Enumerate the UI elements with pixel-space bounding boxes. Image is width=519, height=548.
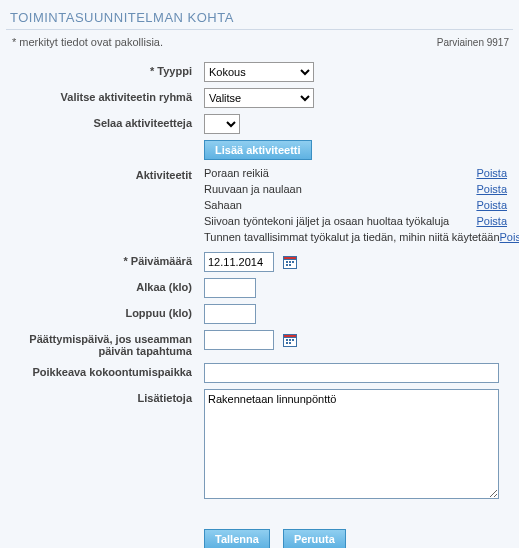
more-info-textarea[interactable] [204, 389, 499, 499]
ends-input[interactable] [204, 304, 256, 324]
label-activity-group: Valitse aktiviteetin ryhmä [12, 88, 192, 103]
svg-rect-11 [292, 339, 294, 341]
label-browse-activities: Selaa aktiviteetteja [12, 114, 192, 129]
date-input[interactable] [204, 252, 274, 272]
add-activity-button[interactable]: Lisää aktiviteetti [204, 140, 312, 160]
svg-rect-1 [284, 256, 297, 259]
label-date: * Päivämäärä [12, 252, 192, 267]
calendar-icon[interactable] [283, 333, 297, 349]
group-select[interactable]: Valitse [204, 88, 314, 108]
activity-delete-link[interactable]: Poista [500, 230, 519, 246]
alt-location-input[interactable] [204, 363, 499, 383]
activity-delete-link[interactable]: Poista [476, 182, 507, 198]
svg-rect-2 [286, 261, 288, 263]
activity-row: Ruuvaan ja naulaanPoista [204, 182, 507, 198]
activity-delete-link[interactable]: Poista [476, 198, 507, 214]
activity-text: Sahaan [204, 198, 242, 214]
label-alt-location: Poikkeava kokoontumispaikka [12, 363, 192, 378]
save-button[interactable]: Tallenna [204, 529, 270, 548]
activity-text: Tunnen tavallisimmat työkalut ja tiedän,… [204, 230, 500, 246]
cancel-button[interactable]: Peruuta [283, 529, 346, 548]
activity-text: Siivoan työntekoni jäljet ja osaan huolt… [204, 214, 449, 230]
page-title: TOIMINTASUUNNITELMAN KOHTA [6, 4, 513, 30]
svg-rect-10 [289, 339, 291, 341]
label-starts: Alkaa (klo) [12, 278, 192, 293]
label-type: * Tyyppi [12, 62, 192, 77]
required-note: * merkityt tiedot ovat pakollisia. [12, 36, 163, 48]
activity-row: Poraan reikiäPoista [204, 166, 507, 182]
label-more-info: Lisätietoja [12, 389, 192, 404]
calendar-icon[interactable] [283, 255, 297, 271]
label-ends: Loppuu (klo) [12, 304, 192, 319]
svg-rect-5 [286, 264, 288, 266]
svg-rect-8 [284, 334, 297, 337]
svg-rect-12 [286, 342, 288, 344]
activity-text: Poraan reikiä [204, 166, 269, 182]
label-activities: Aktiviteetit [12, 166, 192, 181]
user-label: Parviainen 9917 [437, 37, 509, 48]
end-day-input[interactable] [204, 330, 274, 350]
activity-row: Tunnen tavallisimmat työkalut ja tiedän,… [204, 230, 507, 246]
activity-row: SahaanPoista [204, 198, 507, 214]
activity-row: Siivoan työntekoni jäljet ja osaan huolt… [204, 214, 507, 230]
activity-delete-link[interactable]: Poista [476, 166, 507, 182]
activity-delete-link[interactable]: Poista [476, 214, 507, 230]
label-end-day: Päättymispäivä, jos useamman päivän tapa… [12, 330, 192, 357]
starts-input[interactable] [204, 278, 256, 298]
svg-rect-3 [289, 261, 291, 263]
type-select[interactable]: Kokous [204, 62, 314, 82]
svg-rect-9 [286, 339, 288, 341]
svg-rect-6 [289, 264, 291, 266]
browse-select[interactable] [204, 114, 240, 134]
svg-rect-4 [292, 261, 294, 263]
svg-rect-13 [289, 342, 291, 344]
activity-text: Ruuvaan ja naulaan [204, 182, 302, 198]
